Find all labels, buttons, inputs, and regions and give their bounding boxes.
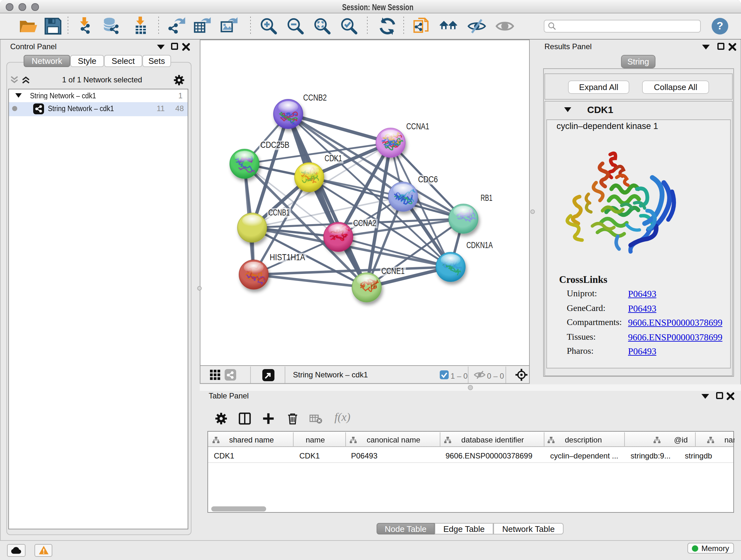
svg-text:CDC6: CDC6 [418,174,438,184]
svg-text:CCNB2: CCNB2 [303,92,327,102]
svg-text:CDK1: CDK1 [325,153,342,163]
svg-text:CCNE1: CCNE1 [381,266,405,275]
svg-text:CDC25B: CDC25B [260,140,289,149]
svg-text:CDKN1A: CDKN1A [466,240,493,250]
svg-text:CCNA1: CCNA1 [406,121,429,131]
svg-text:CCNA2: CCNA2 [353,218,376,228]
svg-text:CCNB1: CCNB1 [268,207,290,217]
svg-text:HIST1H1A: HIST1H1A [270,252,305,262]
svg-text:RB1: RB1 [481,193,492,202]
